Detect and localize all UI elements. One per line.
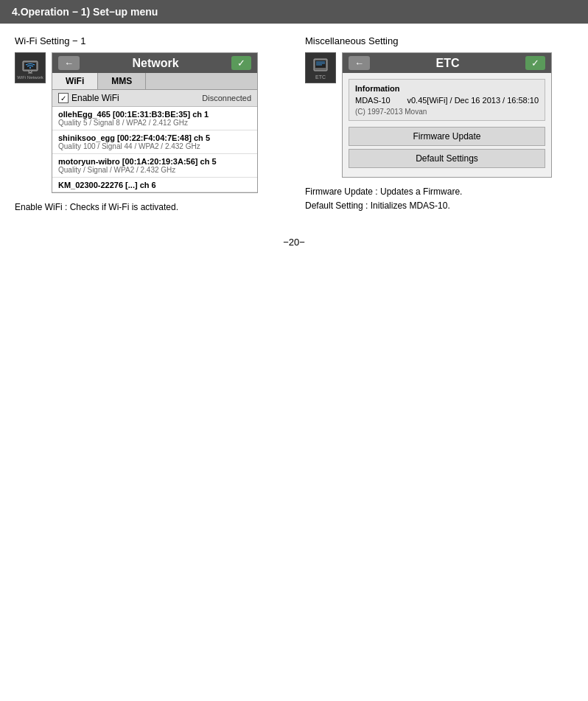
etc-info-box: Information MDAS-10 v0.45[WiFi] / Dec 16… [349,79,545,121]
network-tab-row: WiFi MMS [52,73,257,90]
network-back-button[interactable]: ← [58,56,80,70]
etc-device-icon: ETC [305,52,336,83]
misc-section: Miscellaneous Setting ETC [305,35,573,213]
etc-copyright: (C) 1997-2013 Movan [355,108,539,116]
etc-info-title: Information [355,84,539,93]
wifi-item[interactable]: KM_02300-22276 [...] ch 6 [52,178,257,192]
etc-device-name: MDAS-10 [355,96,391,105]
wifi-item[interactable]: motoryun-wibro [00:1A:20:19:3A:56] ch 5 … [52,154,257,178]
etc-version: v0.45[WiFi] / Dec 16 2013 / 16:58:10 [407,96,539,105]
tab-wifi[interactable]: WiFi [52,73,98,89]
svg-rect-4 [315,60,326,68]
misc-caption: Firmware Update : Updates a Firmware. De… [305,185,573,213]
wifi-network-list: ollehEgg_465 [00:1E:31:B3:BE:35] ch 1 Qu… [52,107,257,192]
enable-wifi-checkbox[interactable]: ✓ [58,93,69,103]
etc-panel-header: ← ETC ✓ [343,53,551,73]
etc-back-button[interactable]: ← [349,56,370,70]
etc-info-row: MDAS-10 v0.45[WiFi] / Dec 16 2013 / 16:5… [355,96,539,105]
network-panel: ← Network ✓ WiFi MMS ✓ Ena [52,52,258,193]
wifi-item[interactable]: shiniksoo_egg [00:22:F4:04:7E:48] ch 5 Q… [52,130,257,154]
enable-wifi-label: Enable WiFi [71,93,119,103]
wifi-item-name: motoryun-wibro [00:1A:20:19:3A:56] ch 5 [58,157,251,166]
wifi-item-name: ollehEgg_465 [00:1E:31:B3:BE:35] ch 1 [58,110,251,119]
svg-point-2 [29,67,31,69]
wifi-item-detail: Quality / Signal / WPA2 / 2.432 GHz [58,166,251,174]
wifi-device-icon: WiFi Network [15,52,46,83]
enable-wifi-row: ✓ Enable WiFi Disconnected [52,90,257,107]
tab-mms[interactable]: MMS [98,73,146,89]
network-check-button[interactable]: ✓ [231,56,251,70]
wifi-item-detail: Quality 100 / Signal 44 / WPA2 / 2.432 G… [58,142,251,150]
etc-check-button[interactable]: ✓ [525,56,545,70]
header-bar: 4.Operation − 1) Set−up menu [0,0,588,24]
etc-panel-title: ETC [374,57,521,70]
etc-panel: ← ETC ✓ Information MDAS-10 v0.45[WiFi] … [342,52,552,178]
wifi-item-name: KM_02300-22276 [...] ch 6 [58,181,251,189]
misc-section-title: Miscellaneous Setting [305,35,573,46]
wifi-section: Wi-Fi Setting − 1 WiFi Network [15,35,283,215]
network-panel-header: ← Network ✓ [52,53,257,73]
wifi-caption: Enable WiFi : Checks if Wi-Fi is activat… [15,200,283,215]
wifi-status: Disconnected [202,94,251,102]
wifi-item-detail: Quality 5 / Signal 8 / WPA2 / 2.412 GHz [58,119,251,127]
default-settings-button[interactable]: Default Settings [349,149,545,168]
wifi-item[interactable]: ollehEgg_465 [00:1E:31:B3:BE:35] ch 1 Qu… [52,107,257,130]
wifi-item-name: shiniksoo_egg [00:22:F4:04:7E:48] ch 5 [58,133,251,142]
network-panel-title: Network [84,57,227,70]
wifi-section-title: Wi-Fi Setting − 1 [15,35,283,46]
firmware-update-button[interactable]: Firmware Update [349,127,545,146]
page-number: −20− [15,237,573,248]
header-title: 4.Operation − 1) Set−up menu [12,6,158,18]
